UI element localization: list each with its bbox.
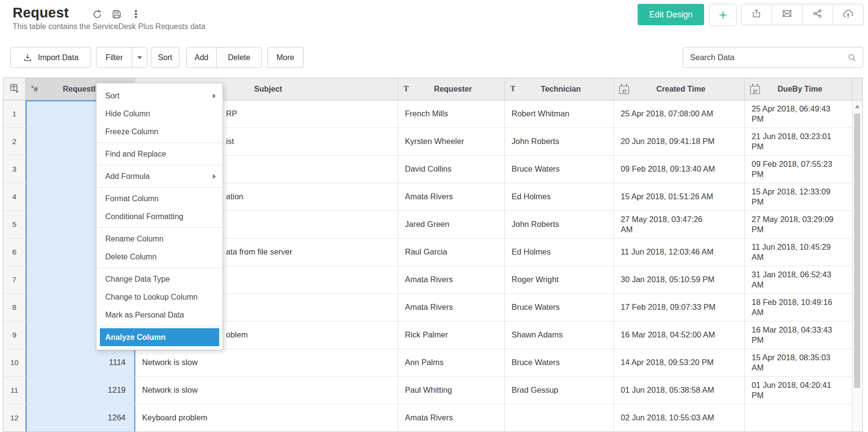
row-number[interactable]: 5 <box>3 211 26 238</box>
delete-button[interactable]: Delete <box>217 48 261 67</box>
search-input[interactable] <box>683 53 847 62</box>
cell-created[interactable]: 17 Feb 2018, 09:07:33 PM <box>614 294 745 321</box>
cell-requester[interactable]: David Collins <box>398 156 505 183</box>
cell-created[interactable]: 16 Mar 2018, 04:52:00 AM <box>614 321 745 349</box>
row-number[interactable]: 3 <box>3 156 26 183</box>
export-button[interactable] <box>741 4 772 25</box>
edit-design-button[interactable]: Edit Design <box>638 4 704 25</box>
menu-item-delete-column[interactable]: Delete Column <box>96 248 223 266</box>
cell-id[interactable]: 1264 <box>26 404 135 432</box>
sort-button[interactable]: Sort <box>151 47 179 68</box>
row-number[interactable]: 4 <box>3 183 26 210</box>
column-header-requester[interactable]: TRequester <box>398 78 505 100</box>
cell-requester[interactable]: Amata Rivers <box>398 404 505 432</box>
column-header-technician[interactable]: TTechnician <box>505 78 614 100</box>
scrollbar-thumb[interactable] <box>854 113 860 388</box>
filter-dropdown-button[interactable] <box>132 48 147 67</box>
cell-requester[interactable]: Kyrsten Wheeler <box>398 128 505 155</box>
cell-created[interactable]: 02 Jun 2018, 10:55:03 AM <box>614 404 745 432</box>
row-number[interactable]: 8 <box>3 294 26 321</box>
cell-due[interactable]: 09 Feb 2018, 07:55:23 PM <box>745 156 852 183</box>
menu-item-add-formula[interactable]: Add Formula <box>96 167 223 185</box>
cell-technician[interactable]: Bruce Waters <box>505 349 614 376</box>
refresh-icon[interactable] <box>91 8 103 20</box>
row-number[interactable]: 10 <box>3 349 26 376</box>
cell-due[interactable]: 01 Jun 2018, 04:20:41 PM <box>745 377 852 404</box>
column-header-created[interactable]: 17Created Time <box>614 78 745 100</box>
menu-item-hide-column[interactable]: Hide Column <box>96 105 223 123</box>
cell-technician[interactable]: Brad Gessup <box>505 377 614 404</box>
more-button[interactable]: More <box>267 47 304 68</box>
scroll-up-arrow-icon[interactable] <box>855 105 860 108</box>
publish-button[interactable] <box>833 4 863 25</box>
cell-requester[interactable]: Rick Palmer <box>398 321 505 349</box>
cell-requester[interactable]: Amata Rivers <box>398 183 505 210</box>
cell-requester[interactable]: Amata Rivers <box>398 294 505 321</box>
menu-item-conditional-formatting[interactable]: Conditional Formatting <box>96 208 223 225</box>
cell-technician[interactable]: John Roberts <box>505 128 614 155</box>
row-number[interactable]: 7 <box>3 266 26 293</box>
cell-due[interactable]: 27 May 2018, 03:29:09 PM <box>745 211 852 238</box>
add-new-button[interactable]: + <box>709 4 737 26</box>
cell-due[interactable]: 18 Feb 2018, 10:49:16 AM <box>745 294 852 321</box>
cell-requester[interactable]: Ann Palms <box>398 349 505 376</box>
cell-created[interactable]: 01 Jun 2018, 05:38:58 AM <box>614 377 745 404</box>
cell-requester[interactable]: Raul Garcia <box>398 239 505 266</box>
cell-due[interactable] <box>745 404 852 432</box>
row-number[interactable]: 9 <box>3 321 26 349</box>
menu-item-sort[interactable]: Sort <box>96 87 223 105</box>
add-button[interactable]: Add <box>187 48 217 67</box>
cell-technician[interactable]: Bruce Waters <box>505 156 614 183</box>
cell-due[interactable]: 15 Apr 2018, 08:35:03 AM <box>745 349 852 376</box>
menu-item-change-data-type[interactable]: Change Data Type <box>96 270 223 288</box>
cell-due[interactable]: 16 Mar 2018, 04:33:43 PM <box>745 321 852 349</box>
cell-technician[interactable]: John Roberts <box>505 211 614 238</box>
cell-technician[interactable]: Ed Holmes <box>505 183 614 210</box>
cell-requester[interactable]: Paul Whitting <box>398 377 505 404</box>
cell-due[interactable]: 21 Jun 2018, 03:23:01 PM <box>745 128 852 155</box>
cell-technician[interactable]: Ed Holmes <box>505 239 614 266</box>
menu-item-freeze-column[interactable]: Freeze Column <box>96 123 223 141</box>
row-number[interactable]: 2 <box>3 128 26 155</box>
menu-item-analyze-column[interactable]: Analyze Column <box>100 328 219 346</box>
cell-due[interactable]: 11 Jun 2018, 10:45:29 AM <box>745 239 852 266</box>
cell-requester[interactable]: Amata Rivers <box>398 266 505 293</box>
import-data-button[interactable]: Import Data <box>10 47 91 68</box>
save-icon[interactable] <box>111 8 122 20</box>
cell-created[interactable]: 15 Apr 2018, 01:51:26 AM <box>614 183 745 210</box>
cell-created[interactable]: 20 Jun 2018, 09:41:18 PM <box>614 128 745 155</box>
kebab-menu-icon[interactable]: ⋮ <box>130 8 142 20</box>
cell-created[interactable]: 11 Jun 2018, 12:03:46 AM <box>614 239 745 266</box>
cell-created[interactable]: 30 Jan 2018, 05:10:59 PM <box>614 266 745 293</box>
menu-item-mark-as-personal-data[interactable]: Mark as Personal Data <box>96 306 223 324</box>
menu-item-find-and-replace[interactable]: Find and Replace <box>96 145 223 163</box>
filter-button[interactable]: Filter <box>96 48 132 67</box>
menu-item-change-to-lookup-column[interactable]: Change to Lookup Column <box>96 288 223 306</box>
menu-item-format-column[interactable]: Format Column <box>96 190 223 208</box>
cell-id[interactable]: 1114 <box>26 349 135 376</box>
row-number[interactable]: 12 <box>3 404 26 432</box>
vertical-scrollbar[interactable] <box>852 100 862 432</box>
cell-technician[interactable]: Shawn Adams <box>505 321 614 349</box>
menu-item-rename-column[interactable]: Rename Column <box>96 230 223 248</box>
cell-created[interactable]: 09 Feb 2018, 09:13:40 AM <box>614 156 745 183</box>
row-number[interactable]: 6 <box>3 239 26 266</box>
cell-technician[interactable]: Roger Wright <box>505 266 614 293</box>
cell-created[interactable]: 14 Apr 2018, 09:53:20 PM <box>614 349 745 376</box>
cell-due[interactable]: 31 Jan 2018, 06:52:43 AM <box>745 266 852 293</box>
cell-technician[interactable] <box>505 404 614 432</box>
cell-subject[interactable]: Network is slow <box>135 377 398 404</box>
cell-created[interactable]: 27 May 2018, 03:47:26 AM <box>614 211 745 238</box>
cell-requester[interactable]: French Mills <box>398 100 505 128</box>
cell-created[interactable]: 25 Apr 2018, 07:08:00 AM <box>614 100 745 128</box>
cell-subject[interactable]: Network is slow <box>135 349 398 376</box>
cell-due[interactable]: 25 Apr 2018, 06:49:43 PM <box>745 100 852 128</box>
row-number[interactable]: 11 <box>3 377 26 404</box>
share-button[interactable] <box>803 4 833 25</box>
cell-due[interactable]: 15 Apr 2018, 12:33:09 PM <box>745 183 852 210</box>
cell-id[interactable]: 1219 <box>26 377 135 404</box>
cell-technician[interactable]: Robert Whitman <box>505 100 614 128</box>
row-number[interactable]: 1 <box>3 100 26 128</box>
cell-subject[interactable]: Keyboard problem <box>135 404 398 432</box>
cell-technician[interactable]: Bruce Waters <box>505 294 614 321</box>
